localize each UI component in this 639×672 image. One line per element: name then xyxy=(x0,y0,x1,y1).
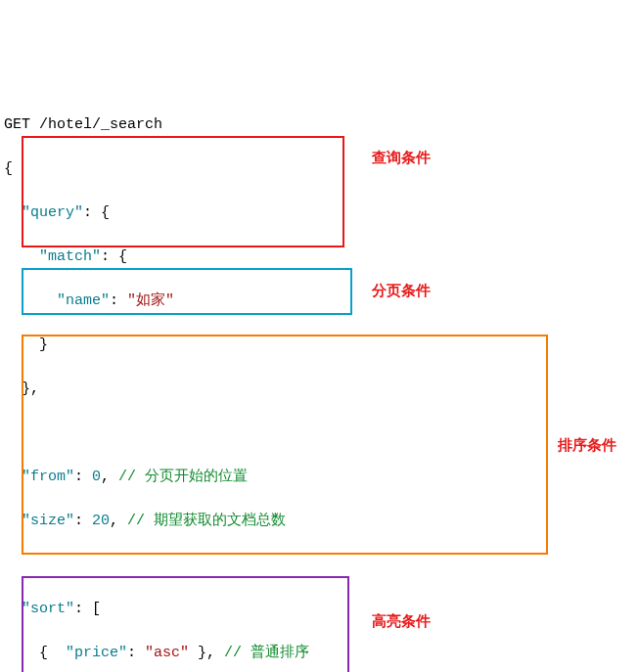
query-key: "query" xyxy=(22,204,83,221)
price-comment: // 普通排序 xyxy=(224,645,309,661)
brace: } xyxy=(4,335,635,357)
sort-key: "sort" xyxy=(22,601,74,617)
sort-open: "sort": [ xyxy=(4,599,635,621)
from-value: 0 xyxy=(92,469,101,485)
size-key: "size" xyxy=(22,513,74,529)
brace: { xyxy=(4,158,635,181)
label-highlight: 高亮条件 xyxy=(372,610,431,633)
from-line: "from": 0, // 分页开始的位置 xyxy=(4,467,635,489)
from-key: "from" xyxy=(22,469,74,485)
name-value: "如家" xyxy=(127,292,174,309)
brace: }, xyxy=(4,379,635,401)
code-block: GET /hotel/_search { "query": { "match":… xyxy=(4,92,635,672)
price-value: "asc" xyxy=(145,645,189,661)
request-line: GET /hotel/_search xyxy=(4,114,635,137)
price-key: "price" xyxy=(66,645,127,661)
http-method: GET xyxy=(4,116,30,133)
from-comment: // 分页开始的位置 xyxy=(118,469,248,485)
brace xyxy=(4,423,635,445)
name-key: "name" xyxy=(57,292,110,309)
brace xyxy=(4,555,635,577)
label-sort: 排序条件 xyxy=(558,434,616,457)
label-query: 查询条件 xyxy=(372,147,431,169)
match-key: "match" xyxy=(39,248,101,265)
size-value: 20 xyxy=(92,513,110,529)
name-line: "name": "如家" xyxy=(4,291,635,313)
size-comment: // 期望获取的文档总数 xyxy=(127,513,286,529)
price-sort: { "price": "asc" }, // 普通排序 xyxy=(4,643,635,665)
query-open: "query": { xyxy=(4,202,635,225)
request-path: /hotel/_search xyxy=(39,116,162,133)
label-page: 分页条件 xyxy=(372,280,431,302)
query-box xyxy=(22,136,344,247)
size-line: "size": 20, // 期望获取的文档总数 xyxy=(4,511,635,533)
match-open: "match": { xyxy=(4,246,635,269)
